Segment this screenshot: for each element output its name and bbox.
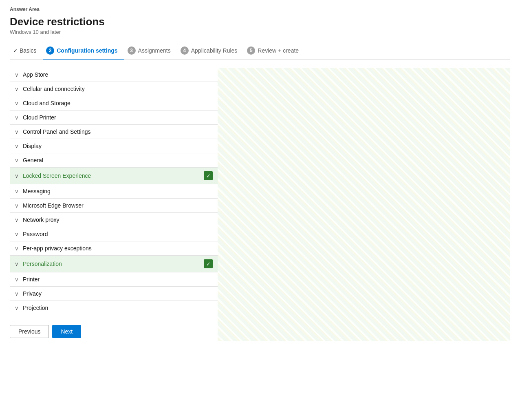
chevron-icon: ∨ [15, 231, 19, 237]
chevron-icon: ∨ [15, 276, 19, 283]
chevron-icon: ∨ [15, 188, 19, 195]
chevron-icon: ∨ [15, 217, 19, 223]
tab-configuration-label: Configuration settings [57, 47, 117, 54]
settings-item-label: Printer [23, 276, 201, 283]
tab-assignments-label: Assignments [138, 47, 171, 54]
settings-item-label: Network proxy [23, 217, 201, 223]
chevron-icon: ∨ [15, 86, 19, 92]
chevron-icon: ∨ [15, 157, 19, 164]
settings-item-app-store[interactable]: ∨App Store [10, 68, 218, 82]
settings-item-control-panel[interactable]: ∨Control Panel and Settings [10, 125, 218, 139]
tab-assignments[interactable]: 3 Assignments [124, 43, 177, 60]
chevron-icon: ∨ [15, 203, 19, 209]
check-badge: ✓ [204, 171, 213, 180]
settings-item-label: Microsoft Edge Browser [23, 202, 201, 209]
check-badge: ✓ [204, 259, 213, 268]
wizard-tabs: ✓ Basics 2 Configuration settings 3 Assi… [10, 43, 510, 60]
page-container: Answer Area Device restrictions Windows … [0, 0, 520, 420]
chevron-icon: ∨ [15, 245, 19, 252]
check-icon: ✓ [13, 47, 18, 54]
chevron-icon: ∨ [15, 143, 19, 149]
settings-item-general[interactable]: ∨General [10, 153, 218, 168]
settings-item-cloud-storage[interactable]: ∨Cloud and Storage [10, 96, 218, 111]
chevron-icon: ∨ [15, 291, 19, 297]
tab-configuration[interactable]: 2 Configuration settings [43, 43, 124, 60]
settings-item-cellular[interactable]: ∨Cellular and connectivity [10, 82, 218, 96]
page-subtitle: Windows 10 and later [10, 29, 510, 35]
bottom-bar: Previous Next [10, 318, 218, 341]
tab-review[interactable]: 5 Review + create [244, 43, 305, 60]
settings-item-label: Password [23, 231, 201, 237]
settings-item-label: Display [23, 143, 201, 149]
settings-item-label: Messaging [23, 188, 201, 195]
right-panel-pattern [218, 68, 510, 341]
chevron-icon: ∨ [15, 305, 19, 311]
settings-item-projection[interactable]: ∨Projection [10, 301, 218, 315]
settings-item-printer[interactable]: ∨Printer [10, 272, 218, 287]
previous-button[interactable]: Previous [10, 325, 49, 338]
settings-item-label: Cellular and connectivity [23, 86, 201, 92]
tab-review-step: 5 [247, 46, 255, 55]
tab-applicability-label: Applicability Rules [191, 47, 238, 54]
settings-list: ∨App Store∨Cellular and connectivity∨Clo… [10, 68, 218, 315]
tab-basics-label: Basics [20, 47, 36, 54]
right-panel [218, 68, 510, 341]
chevron-icon: ∨ [15, 72, 19, 78]
settings-item-label: Locked Screen Experience [23, 172, 204, 179]
next-button[interactable]: Next [52, 325, 81, 338]
chevron-icon: ∨ [15, 173, 19, 179]
settings-item-label: App Store [23, 71, 201, 78]
settings-item-label: Privacy [23, 290, 201, 297]
chevron-icon: ∨ [15, 261, 19, 267]
settings-item-messaging[interactable]: ∨Messaging [10, 184, 218, 199]
settings-item-microsoft-edge[interactable]: ∨Microsoft Edge Browser [10, 199, 218, 213]
page-title: Device restrictions [10, 15, 510, 28]
settings-item-label: General [23, 157, 201, 164]
settings-item-label: Per-app privacy exceptions [23, 245, 201, 252]
tab-basics[interactable]: ✓ Basics [10, 44, 43, 59]
chevron-icon: ∨ [15, 115, 19, 121]
answer-area-label: Answer Area [10, 7, 510, 12]
settings-item-label: Personalization [23, 261, 204, 267]
settings-item-per-app-privacy[interactable]: ∨Per-app privacy exceptions [10, 241, 218, 256]
tab-review-label: Review + create [258, 47, 299, 54]
settings-item-label: Projection [23, 305, 201, 311]
settings-item-personalization[interactable]: ∨Personalization✓ [10, 256, 218, 272]
tab-applicability[interactable]: 4 Applicability Rules [177, 43, 244, 60]
chevron-icon: ∨ [15, 129, 19, 135]
settings-item-label: Cloud and Storage [23, 100, 201, 106]
tab-config-step: 2 [46, 46, 54, 55]
settings-item-network-proxy[interactable]: ∨Network proxy [10, 213, 218, 227]
chevron-icon: ∨ [15, 100, 19, 106]
tab-assignments-step: 3 [128, 46, 136, 55]
settings-item-display[interactable]: ∨Display [10, 139, 218, 153]
settings-item-password[interactable]: ∨Password [10, 227, 218, 241]
settings-item-privacy[interactable]: ∨Privacy [10, 287, 218, 301]
settings-item-label: Control Panel and Settings [23, 128, 201, 135]
tab-applicability-step: 4 [181, 46, 189, 55]
content-area: ∨App Store∨Cellular and connectivity∨Clo… [10, 68, 510, 341]
settings-item-locked-screen[interactable]: ∨Locked Screen Experience✓ [10, 168, 218, 184]
left-panel: ∨App Store∨Cellular and connectivity∨Clo… [10, 68, 218, 341]
settings-item-label: Cloud Printer [23, 114, 201, 121]
settings-item-cloud-printer[interactable]: ∨Cloud Printer [10, 111, 218, 125]
